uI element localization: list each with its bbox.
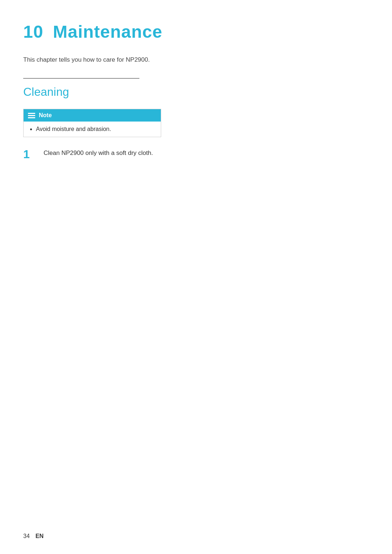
intro-text: This chapter tells you how to care for N… — [23, 56, 303, 63]
note-header: Note — [24, 109, 161, 122]
page-language: EN — [36, 533, 44, 539]
step-number-1: 1 — [23, 147, 35, 161]
note-icon-line-3 — [28, 117, 35, 118]
note-list: Avoid moisture and abrasion. — [29, 126, 155, 132]
section-title: Cleaning — [23, 85, 303, 99]
note-icon-line-2 — [28, 115, 35, 116]
note-content: Avoid moisture and abrasion. — [24, 122, 161, 137]
page-container: 10 Maintenance This chapter tells you ho… — [0, 0, 327, 197]
step-item-1: 1 Clean NP2900 only with a soft dry clot… — [23, 147, 303, 161]
chapter-number: 10 — [23, 22, 43, 41]
note-label: Note — [39, 112, 52, 119]
steps-container: 1 Clean NP2900 only with a soft dry clot… — [23, 147, 303, 161]
page-footer: 34 EN — [23, 533, 44, 539]
section-divider — [23, 78, 139, 79]
note-icon-line-1 — [28, 113, 35, 114]
note-box: Note Avoid moisture and abrasion. — [23, 109, 161, 137]
note-icon — [28, 113, 35, 118]
note-list-item: Avoid moisture and abrasion. — [36, 126, 155, 132]
step-text-1: Clean NP2900 only with a soft dry cloth. — [44, 147, 153, 157]
chapter-title: 10 Maintenance — [23, 22, 303, 42]
page-number: 34 — [23, 533, 30, 539]
chapter-title-text: Maintenance — [53, 22, 163, 41]
